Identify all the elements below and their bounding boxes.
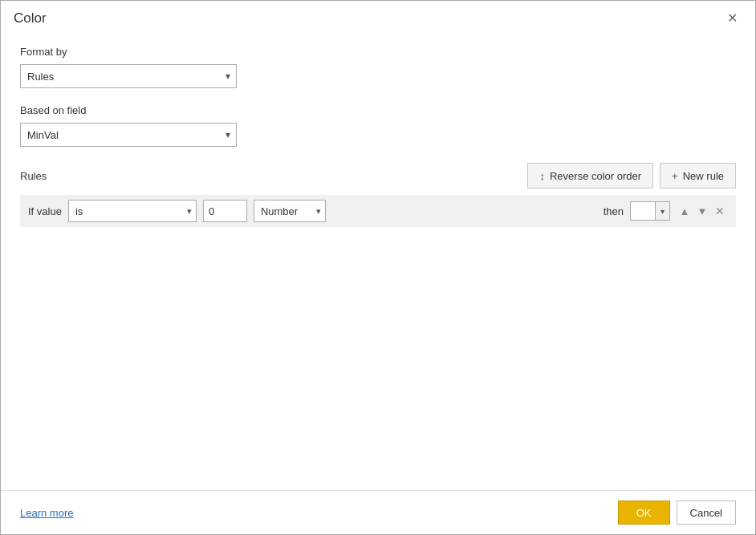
- color-swatch[interactable]: [630, 201, 656, 221]
- reverse-color-icon: ↕: [539, 170, 545, 182]
- format-by-label: Format by: [20, 46, 736, 58]
- rule-value-input[interactable]: 0: [203, 200, 247, 222]
- close-button[interactable]: ✕: [722, 10, 742, 26]
- reverse-color-order-label: Reverse color order: [550, 170, 641, 182]
- rules-actions: ↕ Reverse color order + New rule: [527, 163, 736, 188]
- learn-more-link[interactable]: Learn more: [20, 507, 73, 519]
- color-dialog: Color ✕ Format by Rules Gradient Field v…: [0, 0, 756, 535]
- format-by-select[interactable]: Rules Gradient Field value: [20, 64, 237, 88]
- new-rule-button[interactable]: + New rule: [660, 163, 736, 188]
- condition-select[interactable]: is is not greater than less than between: [68, 200, 197, 222]
- then-label: then: [604, 205, 624, 217]
- delete-rule-button[interactable]: ✕: [712, 203, 728, 219]
- rules-header: Rules ↕ Reverse color order + New rule: [20, 163, 736, 188]
- sort-down-button[interactable]: ▼: [694, 203, 710, 219]
- condition-dropdown-wrap: is is not greater than less than between: [68, 200, 197, 222]
- cancel-button[interactable]: Cancel: [677, 501, 736, 525]
- color-picker: ▾: [630, 201, 670, 221]
- dialog-content: Format by Rules Gradient Field value Bas…: [1, 33, 755, 490]
- rule-sort-buttons: ▲ ▼ ✕: [677, 203, 728, 219]
- format-by-dropdown-wrap: Rules Gradient Field value: [20, 64, 237, 88]
- based-on-field-label: Based on field: [20, 104, 736, 116]
- dialog-footer: Learn more OK Cancel: [1, 490, 755, 534]
- dialog-title: Color: [14, 10, 47, 26]
- based-on-field-dropdown-wrap: MinVal MaxVal Average: [20, 123, 237, 147]
- rules-section-label: Rules: [20, 170, 47, 182]
- reverse-color-order-button[interactable]: ↕ Reverse color order: [527, 163, 653, 188]
- new-rule-label: New rule: [683, 170, 724, 182]
- rule-row: If value is is not greater than less tha…: [20, 195, 736, 227]
- rule-type-dropdown-wrap: Number Percent Percentile: [254, 200, 326, 222]
- footer-buttons: OK Cancel: [618, 501, 736, 525]
- color-dropdown-button[interactable]: ▾: [656, 201, 670, 221]
- based-on-field-select[interactable]: MinVal MaxVal Average: [20, 123, 237, 147]
- ok-button[interactable]: OK: [618, 501, 670, 525]
- sort-up-button[interactable]: ▲: [677, 203, 693, 219]
- new-rule-icon: +: [672, 170, 678, 182]
- rule-type-select[interactable]: Number Percent Percentile: [254, 200, 326, 222]
- title-bar: Color ✕: [1, 1, 755, 33]
- if-value-label: If value: [28, 205, 62, 217]
